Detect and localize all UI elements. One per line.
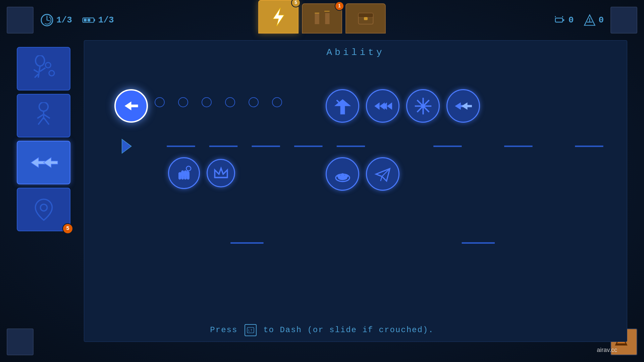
map-right-value: 0 xyxy=(598,15,604,25)
battery-stat: 1/3 xyxy=(82,13,114,27)
top-bar: 1/3 1/3 5 xyxy=(0,0,644,40)
svg-line-28 xyxy=(40,68,45,71)
main-content: 5 Ability xyxy=(17,40,627,342)
svg-rect-67 xyxy=(178,172,190,176)
ability-tree-svg xyxy=(84,41,627,342)
right-nodes-row1 xyxy=(326,89,480,123)
battery-icon xyxy=(82,13,96,27)
tab-ability[interactable]: 5 xyxy=(258,0,299,34)
svg-line-5 xyxy=(47,20,50,21)
tab-chest[interactable] xyxy=(345,3,386,34)
battery-value: 1/3 xyxy=(98,15,114,25)
svg-rect-18 xyxy=(562,19,564,21)
status-bar: Press LT to Dash (or slide if crouched). xyxy=(17,318,627,342)
timer-stat: 1/3 xyxy=(40,13,72,27)
svg-rect-13 xyxy=(325,13,329,24)
node-dive[interactable] xyxy=(326,89,359,123)
status-suffix: to Dash (or slide if crouched). xyxy=(263,325,434,335)
right-nodes-row2 xyxy=(326,157,399,191)
svg-text:LT: LT xyxy=(248,329,253,332)
node-small-6[interactable] xyxy=(272,97,282,107)
svg-rect-12 xyxy=(320,11,324,22)
svg-marker-38 xyxy=(44,158,58,168)
node-small-4[interactable] xyxy=(225,97,235,107)
key-button: LT xyxy=(245,324,257,336)
sidebar-btn-climb[interactable] xyxy=(17,47,70,90)
location-badge: 5 xyxy=(62,223,73,234)
node-snowflake[interactable] xyxy=(406,89,440,123)
right-stats: 0 0 xyxy=(554,14,604,26)
svg-rect-17 xyxy=(555,18,563,22)
svg-rect-11 xyxy=(315,13,319,24)
svg-point-75 xyxy=(341,173,344,177)
svg-marker-62 xyxy=(462,102,472,110)
svg-point-30 xyxy=(49,70,54,76)
map-badge: 1 xyxy=(335,1,344,11)
battery-right: 0 xyxy=(554,14,574,26)
top-tabs: 5 1 xyxy=(258,0,386,34)
svg-marker-70 xyxy=(215,168,227,178)
status-text: Press LT to Dash (or slide if crouched). xyxy=(210,324,434,336)
map-right: 0 xyxy=(584,14,604,26)
tab-map[interactable]: 1 xyxy=(302,3,342,34)
svg-point-39 xyxy=(40,204,47,211)
svg-rect-9 xyxy=(88,19,90,21)
node-small-3[interactable] xyxy=(202,97,212,107)
status-press: Press xyxy=(210,325,237,335)
svg-line-34 xyxy=(44,117,49,124)
sidebar-btn-jump[interactable] xyxy=(17,94,70,137)
content-panel: Ability xyxy=(84,40,627,342)
svg-line-33 xyxy=(38,117,44,124)
sidebar-btn-location[interactable]: 5 xyxy=(17,188,70,231)
svg-rect-16 xyxy=(364,17,368,20)
svg-line-26 xyxy=(34,70,38,72)
node-dash-selected[interactable] xyxy=(114,89,148,123)
panel-title: Ability xyxy=(84,41,627,64)
svg-marker-51 xyxy=(124,102,138,111)
node-small-5[interactable] xyxy=(249,97,259,107)
node-foot[interactable] xyxy=(326,157,359,191)
node-double-arrow[interactable] xyxy=(446,89,480,123)
node-fist[interactable] xyxy=(168,157,200,189)
left-stats: 1/3 1/3 xyxy=(40,13,114,27)
svg-rect-15 xyxy=(358,13,373,17)
watermark: airav.cc xyxy=(597,347,617,354)
svg-point-60 xyxy=(421,104,425,108)
node-small-2[interactable] xyxy=(178,97,188,107)
ability-badge: 5 xyxy=(291,0,301,7)
svg-line-79 xyxy=(380,176,382,181)
svg-point-24 xyxy=(36,55,45,66)
svg-point-29 xyxy=(45,62,51,68)
battery-right-value: 0 xyxy=(569,15,574,25)
node-small-1[interactable] xyxy=(155,97,165,107)
small-nodes-row1 xyxy=(155,97,282,107)
node-crown[interactable] xyxy=(207,159,235,187)
node-fast-forward[interactable] xyxy=(366,89,399,123)
timer-icon xyxy=(40,13,54,27)
timer-value: 1/3 xyxy=(56,15,72,25)
left-sidebar: 5 xyxy=(17,40,80,342)
svg-rect-7 xyxy=(94,19,95,21)
svg-rect-8 xyxy=(84,19,87,21)
svg-point-76 xyxy=(344,174,348,178)
node-paper-plane[interactable] xyxy=(366,157,399,191)
svg-marker-10 xyxy=(273,8,284,26)
svg-point-68 xyxy=(186,166,191,171)
sidebar-btn-dash[interactable] xyxy=(17,141,70,184)
svg-marker-52 xyxy=(334,99,351,114)
svg-point-74 xyxy=(337,174,341,178)
svg-point-31 xyxy=(39,102,48,111)
svg-marker-50 xyxy=(122,139,131,153)
